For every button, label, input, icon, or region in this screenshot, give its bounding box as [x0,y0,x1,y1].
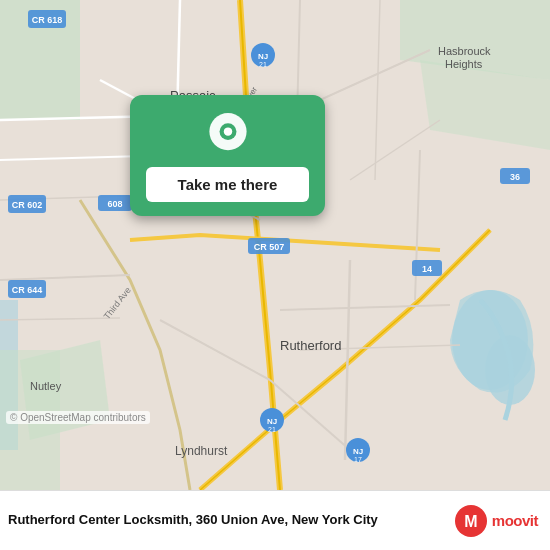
svg-text:21: 21 [259,61,267,68]
svg-text:CR 644: CR 644 [12,285,43,295]
svg-text:Nutley: Nutley [30,380,62,392]
svg-text:NJ: NJ [267,417,277,426]
take-me-there-button[interactable]: Take me there [146,167,309,202]
location-card: Take me there [130,95,325,216]
svg-text:CR 507: CR 507 [254,242,285,252]
bottom-bar: Rutherford Center Locksmith, 360 Union A… [0,490,550,550]
osm-attribution: © OpenStreetMap contributors [6,411,150,424]
svg-text:Rutherford: Rutherford [280,338,341,353]
attribution-text: © OpenStreetMap contributors [10,412,146,423]
moovit-logo: M moovit [454,504,538,538]
bottom-info: Rutherford Center Locksmith, 360 Union A… [8,512,378,529]
svg-text:608: 608 [107,199,122,209]
svg-text:Hasbrouck: Hasbrouck [438,45,491,57]
place-name: Rutherford Center Locksmith, 360 Union A… [8,512,378,529]
svg-text:Heights: Heights [445,58,483,70]
svg-text:NJ: NJ [258,52,268,61]
svg-text:CR 618: CR 618 [32,15,63,25]
svg-text:14: 14 [422,264,432,274]
svg-text:17: 17 [354,456,362,463]
svg-text:36: 36 [510,172,520,182]
svg-point-55 [223,127,231,135]
moovit-text: moovit [492,512,538,529]
svg-text:CR 602: CR 602 [12,200,43,210]
map-container: CR 618 NJ 21 NJ 21 CR 602 CR 644 608 CR … [0,0,550,490]
svg-text:21: 21 [268,426,276,433]
svg-text:M: M [464,513,477,530]
location-pin-icon [206,113,250,157]
svg-text:NJ: NJ [353,447,363,456]
moovit-icon: M [454,504,488,538]
svg-text:Lyndhurst: Lyndhurst [175,444,228,458]
